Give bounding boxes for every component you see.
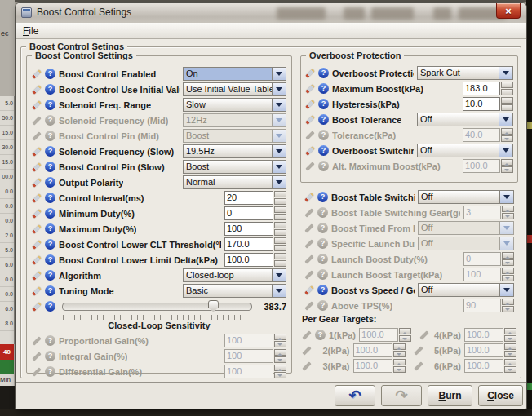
algorithm-dropdown[interactable]: Closed-loop — [183, 268, 286, 282]
chevron-down-icon — [272, 99, 286, 111]
setting-row: Boost Table Switching Off — [304, 190, 514, 204]
pencil-icon[interactable] — [32, 301, 42, 312]
spin-up-icon[interactable] — [501, 82, 513, 88]
burn-button[interactable]: Burn — [428, 385, 472, 406]
boost-control-enabled-dropdown[interactable]: On — [183, 67, 286, 81]
pencil-icon[interactable] — [304, 285, 315, 295]
gear4-target-spinner: 100.0 — [464, 328, 516, 342]
sensitivity-slider-thumb[interactable] — [208, 300, 219, 312]
help-icon[interactable] — [45, 254, 55, 265]
gear-target-row: 5(kPa) 100.0 — [414, 343, 517, 357]
help-icon[interactable] — [318, 145, 329, 156]
spin-down-icon — [393, 351, 406, 357]
spin-up-icon[interactable] — [501, 97, 513, 104]
pencil-icon[interactable] — [32, 254, 42, 265]
help-icon[interactable] — [45, 301, 55, 312]
spin-up-icon[interactable] — [274, 191, 286, 197]
spin-up-icon[interactable] — [274, 206, 286, 213]
undo-button[interactable] — [335, 385, 375, 406]
setting-label: Solenoid Frequency (Slow) — [59, 147, 174, 157]
help-icon[interactable] — [45, 270, 55, 281]
minimum-duty-spinner[interactable]: 0 — [224, 206, 286, 220]
pencil-icon[interactable] — [32, 223, 42, 234]
spin-up-icon — [501, 128, 513, 135]
setting-label: Algorithm — [59, 271, 101, 281]
pencil-icon[interactable] — [305, 99, 316, 109]
help-icon[interactable] — [45, 177, 55, 188]
help-icon[interactable] — [45, 69, 55, 79]
help-icon[interactable] — [45, 146, 55, 157]
help-icon[interactable] — [45, 239, 55, 250]
pencil-icon[interactable] — [305, 114, 316, 125]
maximum-duty-spinner[interactable]: 100 — [224, 222, 286, 236]
spin-down-icon[interactable] — [501, 104, 513, 111]
pencil-icon[interactable] — [32, 285, 42, 296]
setting-row: Boost Table Switching Gear(gear) 3 — [304, 206, 514, 219]
clt-threshold-spinner[interactable]: 170.0 — [224, 237, 286, 251]
help-icon[interactable] — [318, 83, 329, 94]
help-icon[interactable] — [45, 208, 55, 219]
spin-down-icon[interactable] — [274, 214, 286, 220]
spin-down-icon — [501, 135, 513, 142]
close-button[interactable]: Close — [478, 385, 523, 406]
help-icon[interactable] — [318, 114, 329, 125]
help-icon[interactable] — [45, 84, 55, 95]
maximum-boost-spinner[interactable]: 183.0 — [463, 82, 513, 95]
hysteresis-spinner[interactable]: 10.0 — [463, 97, 513, 111]
pencil-icon[interactable] — [32, 208, 42, 219]
help-icon[interactable] — [45, 162, 55, 172]
spin-down-icon[interactable] — [274, 198, 286, 205]
spin-up-icon[interactable] — [274, 222, 286, 228]
setting-label: Boost Table Switching Gear(gear) — [331, 208, 460, 218]
spin-up-icon — [504, 328, 516, 334]
pencil-icon[interactable] — [32, 177, 42, 188]
spin-down-icon[interactable] — [274, 245, 286, 251]
help-icon[interactable] — [317, 192, 328, 202]
overboost-protection-dropdown[interactable]: Spark Cut — [417, 66, 513, 80]
control-interval-spinner[interactable]: 20 — [224, 191, 286, 205]
pencil-icon[interactable] — [32, 239, 42, 250]
spin-down-icon[interactable] — [501, 89, 513, 95]
setting-row: Boost Control Pin (Mid) Boost — [32, 129, 286, 143]
pencil-icon[interactable] — [32, 84, 42, 95]
pencil-icon[interactable] — [32, 146, 42, 157]
boost-table-switching-dropdown[interactable]: Off — [418, 190, 514, 204]
pencil-icon[interactable] — [305, 83, 316, 94]
pencil-icon[interactable] — [32, 193, 42, 203]
output-polarity-dropdown[interactable]: Normal — [183, 175, 286, 189]
spin-up-icon[interactable] — [274, 237, 286, 244]
solenoid-freq-range-dropdown[interactable]: Slow — [183, 98, 286, 112]
close-window-button[interactable] — [496, 3, 521, 19]
help-icon[interactable] — [318, 99, 329, 109]
lower-limit-delta-spinner[interactable]: 100.0 — [224, 253, 286, 267]
pencil-icon[interactable] — [32, 69, 42, 79]
spin-up-icon[interactable] — [274, 253, 286, 259]
overboost-switching-dropdown[interactable]: Off — [417, 144, 513, 157]
sensitivity-slider-track[interactable] — [62, 303, 252, 311]
pencil-icon[interactable] — [304, 192, 315, 202]
spin-down-icon[interactable] — [274, 229, 286, 236]
help-icon[interactable] — [45, 223, 55, 234]
help-icon[interactable] — [317, 285, 328, 295]
help-icon[interactable] — [45, 193, 55, 203]
spin-down-icon[interactable] — [274, 260, 286, 267]
tuning-mode-dropdown[interactable]: Basic — [183, 284, 286, 298]
title-bar[interactable]: Boost Control Setings — [16, 3, 526, 24]
menu-file[interactable]: File — [23, 25, 38, 37]
pencil-icon[interactable] — [32, 270, 42, 281]
pencil-icon[interactable] — [305, 68, 316, 78]
use-initial-value-table-dropdown[interactable]: Use Initial Value Table — [183, 82, 286, 96]
help-icon[interactable] — [45, 100, 55, 110]
boost-vs-speed-gear-dropdown[interactable]: Off — [418, 283, 514, 297]
boost-control-pin-slow-dropdown[interactable]: Boost — [183, 160, 286, 174]
setting-row: Tuning Mode Basic — [32, 284, 286, 298]
help-icon[interactable] — [45, 285, 55, 296]
help-icon — [45, 131, 55, 141]
help-icon[interactable] — [318, 68, 329, 78]
pencil-icon[interactable] — [305, 145, 316, 156]
solenoid-frequency-slow-dropdown[interactable]: 19.5Hz — [183, 144, 286, 158]
spin-down-icon — [501, 166, 513, 173]
pencil-icon[interactable] — [32, 162, 42, 172]
pencil-icon[interactable] — [32, 100, 42, 110]
boost-tolerance-dropdown[interactable]: Off — [417, 113, 513, 126]
